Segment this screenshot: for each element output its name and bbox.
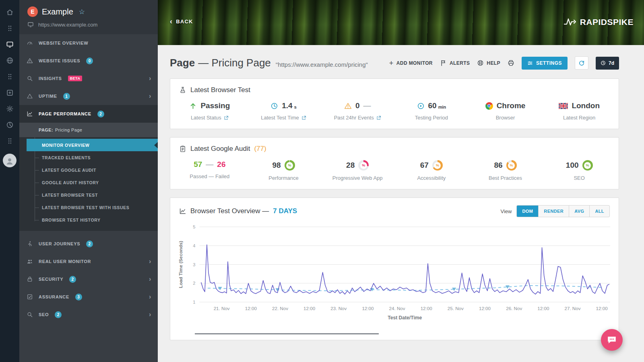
svg-text:1: 1 bbox=[193, 300, 195, 304]
count-badge: 1 bbox=[63, 93, 70, 100]
alerts-button[interactable]: ALERTS bbox=[440, 60, 470, 66]
time-range-button[interactable]: 7d bbox=[596, 57, 619, 70]
chart-icon bbox=[179, 208, 186, 215]
rail-add-monitor-icon[interactable] bbox=[0, 84, 19, 101]
rail-reports-icon[interactable] bbox=[0, 117, 19, 133]
clock-icon bbox=[270, 102, 278, 110]
sidebar-item-real-user-monitor[interactable]: REAL USER MONITOR › bbox=[19, 253, 158, 270]
refresh-button[interactable] bbox=[575, 56, 588, 70]
app: E Example ☆ https://www.example.com WEBS… bbox=[0, 0, 644, 362]
count-badge: 0 bbox=[86, 58, 93, 64]
view-dom-button[interactable]: DOM bbox=[517, 206, 539, 217]
site-avatar: E bbox=[27, 6, 38, 17]
chrome-icon bbox=[485, 102, 493, 110]
sidebar-item-assurance[interactable]: ASSURANCE 3 › bbox=[19, 288, 158, 306]
chevron-left-icon: ‹ bbox=[170, 18, 173, 25]
browser-test-stats: Passing Latest Status 1.4 s Latest Test … bbox=[170, 96, 619, 129]
monitor-icon bbox=[27, 21, 35, 28]
count-badge: 3 bbox=[75, 294, 82, 300]
stat-passed-failed: 57 — 26 Passed — Failed bbox=[173, 160, 247, 181]
svg-text:4: 4 bbox=[193, 243, 195, 248]
back-button[interactable]: ‹ BACK bbox=[170, 18, 193, 25]
print-button[interactable] bbox=[508, 60, 514, 66]
stat-progressive-web-app: 28 % Progressive Web App bbox=[320, 160, 394, 181]
site-url-row: https://www.example.com bbox=[27, 21, 150, 28]
external-link-icon[interactable] bbox=[376, 115, 381, 120]
sidebar-item-page-performance[interactable]: PAGE PERFORMANCE 2 bbox=[19, 105, 158, 123]
svg-text:25. Nov: 25. Nov bbox=[448, 306, 464, 311]
score-ring: % bbox=[582, 160, 593, 171]
view-toggle: DOMRENDERAVGALL bbox=[516, 205, 610, 217]
svg-text:12:00: 12:00 bbox=[596, 306, 608, 311]
sidebar-item-website-overview[interactable]: WEBSITE OVERVIEW bbox=[19, 34, 158, 52]
rapidspike-logo: RAPIDSPIKE bbox=[564, 16, 634, 28]
sidebar-item-website-issues[interactable]: WEBSITE ISSUES 0 bbox=[19, 52, 158, 70]
user-avatar[interactable] bbox=[3, 154, 17, 167]
plus-icon: + bbox=[389, 60, 394, 67]
svg-text:12:00: 12:00 bbox=[537, 306, 549, 311]
google-audit-stats: 57 — 26 Passed — Failed 98 % Performance… bbox=[170, 154, 619, 189]
uptime-icon bbox=[27, 93, 34, 99]
toolbar: + ADD MONITOR ALERTS HELP SETTINGS bbox=[389, 56, 619, 70]
page-context-prefix: PAGE: bbox=[39, 128, 53, 132]
checksquare-icon bbox=[27, 294, 34, 300]
rail-settings-icon[interactable] bbox=[0, 101, 19, 117]
external-link-icon[interactable] bbox=[224, 115, 229, 120]
hero-banner: ‹ BACK RAPIDSPIKE bbox=[158, 0, 644, 45]
icon-rail bbox=[0, 0, 19, 362]
svg-text:Load Time (Seconds): Load Time (Seconds) bbox=[178, 241, 183, 288]
submenu-item-browser-test-history[interactable]: BROWSER TEST HISTORY bbox=[19, 214, 158, 226]
page-context-row: PAGE: Pricing Page bbox=[19, 123, 158, 137]
rail-apps-menu-3-icon[interactable] bbox=[0, 133, 19, 149]
score-ring: % bbox=[358, 160, 369, 171]
rail-websites-icon[interactable] bbox=[0, 36, 19, 52]
sidebar-menu-top: WEBSITE OVERVIEW WEBSITE ISSUES 0 INSIGH… bbox=[19, 34, 158, 105]
view-avg-button[interactable]: AVG bbox=[569, 206, 590, 217]
svg-text:22. Nov: 22. Nov bbox=[272, 306, 288, 311]
sidebar-item-user-journeys[interactable]: USER JOURNEYS 2 bbox=[19, 235, 158, 253]
page-performance-section: PAGE PERFORMANCE 2 PAGE: Pricing Page MO… bbox=[19, 105, 158, 231]
stat-best-practices: 86 % Best Practices bbox=[469, 160, 543, 181]
favorite-star-icon[interactable]: ☆ bbox=[79, 8, 85, 16]
rail-domains-icon[interactable] bbox=[0, 52, 19, 68]
search-icon bbox=[27, 75, 34, 82]
external-link-icon[interactable] bbox=[301, 115, 306, 120]
submenu-item-latest-browser-test[interactable]: LATEST BROWSER TEST bbox=[19, 189, 158, 201]
sidebar-item-seo[interactable]: SEO 2 › bbox=[19, 306, 158, 323]
add-monitor-button[interactable]: + ADD MONITOR bbox=[389, 60, 433, 67]
card-title: Latest Google Audit bbox=[190, 145, 250, 153]
svg-text:24. Nov: 24. Nov bbox=[389, 306, 405, 311]
submenu-item-tracked-elements[interactable]: TRACKED ELEMENTS bbox=[19, 151, 158, 164]
view-all-button[interactable]: ALL bbox=[590, 206, 609, 217]
sidebar-item-insights[interactable]: INSIGHTS BETA › bbox=[19, 70, 158, 87]
chat-widget-button[interactable] bbox=[601, 329, 623, 351]
rail-apps-menu-2-icon[interactable] bbox=[0, 68, 19, 84]
help-button[interactable]: HELP bbox=[477, 60, 500, 66]
sidebar-item-uptime[interactable]: UPTIME 1 › bbox=[19, 87, 158, 105]
view-render-button[interactable]: RENDER bbox=[539, 206, 569, 217]
svg-text:12:00: 12:00 bbox=[479, 306, 491, 311]
uk-flag-icon bbox=[559, 103, 568, 109]
submenu-item-latest-google-audit[interactable]: LATEST GOOGLE AUDIT bbox=[19, 164, 158, 176]
chevron-right-icon: › bbox=[149, 311, 151, 318]
rail-apps-menu-icon[interactable] bbox=[0, 20, 19, 36]
svg-text:12:00: 12:00 bbox=[245, 306, 257, 311]
passed-count: 57 bbox=[194, 160, 202, 169]
submenu-item-monitor-overview[interactable]: MONITOR OVERVIEW bbox=[27, 139, 158, 151]
chevron-right-icon: › bbox=[149, 75, 151, 82]
rail-home-icon[interactable] bbox=[0, 4, 19, 20]
submenu-item-google-audit-history[interactable]: GOOGLE AUDIT HISTORY bbox=[19, 176, 158, 189]
flag-icon bbox=[440, 60, 447, 66]
settings-button[interactable]: SETTINGS bbox=[522, 57, 568, 70]
stat-past-24hr-events: 0 — Past 24hr Events bbox=[320, 101, 394, 121]
browser-test-chart: 1234521. Nov12:0022. Nov12:0023. Nov12:0… bbox=[177, 223, 612, 329]
sidebar-item-security[interactable]: SECURITY 2 › bbox=[19, 270, 158, 288]
submenu-item-latest-browser-test-with-issues[interactable]: LATEST BROWSER TEST WITH ISSUES bbox=[19, 201, 158, 214]
sliders-icon bbox=[527, 60, 533, 66]
svg-text:27. Nov: 27. Nov bbox=[564, 306, 580, 311]
page-performance-submenu: MONITOR OVERVIEWTRACKED ELEMENTSLATEST G… bbox=[19, 137, 158, 231]
svg-text:12:00: 12:00 bbox=[421, 306, 432, 311]
score-ring: % bbox=[285, 160, 295, 171]
svg-text:21. Nov: 21. Nov bbox=[214, 306, 230, 311]
page-url: "https://www.example.com/pricing" bbox=[276, 58, 368, 68]
